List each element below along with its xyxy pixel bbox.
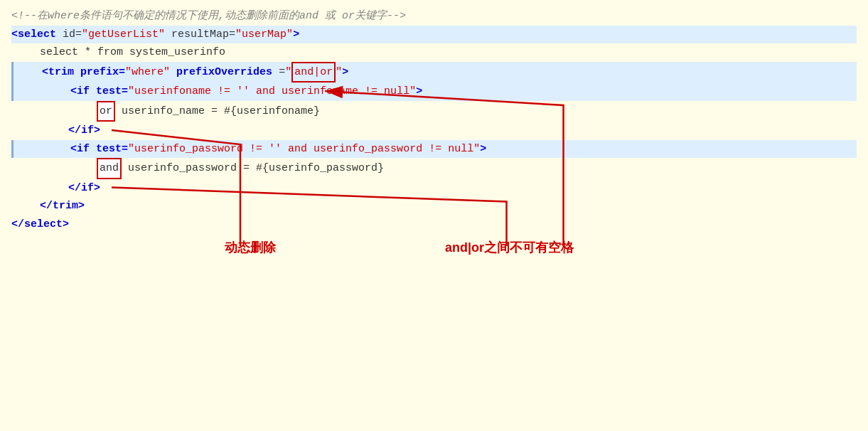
if2-test: test= [96,140,128,159]
if2-test-val: "userinfo_password != '' and userinfo_pa… [128,140,480,159]
attr-resultmap: "userMap" [235,26,293,44]
attr-id: "getUserList" [82,26,165,44]
trim-space [74,63,80,82]
attr-prefix-name: prefix= [80,63,125,82]
line-select-tag: <select id="getUserList" resultMap="user… [11,26,857,44]
attr-prefixoverrides-val: "and|or" [285,62,342,83]
line-endselect: </select> [11,216,857,234]
endif1-open: </ [68,122,81,140]
if2-close: > [480,140,486,159]
endif1-close: > [94,122,100,140]
if2-space [90,140,96,159]
endselect-close: > [63,216,69,234]
endtrim-name: trim [53,197,78,216]
or-keyword-box: or [97,101,115,122]
endif2-close: > [94,179,100,198]
endselect-name: select [24,216,63,234]
endif2-open: </ [68,179,81,198]
line-endtrim: </trim> [11,197,857,216]
trim-space2 [170,63,176,82]
if1-space [90,83,96,101]
andor-box: and|or [291,62,336,83]
tag-select-close: > [293,26,299,44]
annotation-dongtai-text: 动态删除 [225,239,276,256]
trim-name: trim [48,63,74,82]
line-sql: select * from system_userinfo [11,43,857,62]
attr-prefix-val: "where" [125,63,170,82]
trim-eq: = [272,63,285,82]
sql-text: select * from system_userinfo [40,43,225,62]
and-rest: userinfo_password = #{userinfo_password} [122,159,384,178]
comment-text-1: <!--在where条件语句不确定的情况下使用,动态删除前面的and 或 or关… [11,7,406,26]
line-endif1: </if> [11,122,857,140]
tag-select-name: select [18,26,56,44]
endif1-name: if [81,122,94,140]
line-endif2: </if> [11,179,857,198]
tag-select-space: resultMap= [165,26,235,44]
attr-prefixoverrides-name: prefixOverrides [176,63,272,82]
endselect-open: </ [11,216,24,234]
if1-open: < [70,83,77,101]
annotation-andor-text: and|or之间不可有空格 [445,239,574,256]
line-or: or userinfo_name = #{userinfoname} [11,101,857,122]
or-rest: userinfo_name = #{userinfoname} [115,102,320,121]
line-if1: <if test="userinfoname != '' and userinf… [11,83,857,101]
line-trim-tag: <trim prefix="where" prefixOverrides ="a… [11,62,857,83]
line-if2: <if test="userinfo_password != '' and us… [11,140,857,159]
trim-close: > [342,63,348,82]
tag-select-attrs: id= [56,26,82,44]
if2-name: if [77,140,90,159]
if1-test: test= [96,83,128,101]
and-keyword-box: and [97,158,122,179]
annotation-row: 动态删除 and|or之间不可有空格 [11,233,857,276]
code-block: <!--在where条件语句不确定的情况下使用,动态删除前面的and 或 or关… [11,7,857,276]
line-and: and userinfo_password = #{userinfo_passw… [11,158,857,179]
if1-name: if [77,83,90,101]
endtrim-open: </ [40,197,53,216]
trim-open: < [42,63,48,82]
if1-test-val: "userinfoname != '' and userinfoname != … [128,83,416,101]
tag-select-open: < [11,26,18,44]
if2-open: < [70,140,77,159]
endif2-name: if [81,179,94,198]
line-comment1: <!--在where条件语句不确定的情况下使用,动态删除前面的and 或 or关… [11,7,857,26]
endtrim-close: > [78,197,85,216]
if1-close: > [416,83,422,101]
